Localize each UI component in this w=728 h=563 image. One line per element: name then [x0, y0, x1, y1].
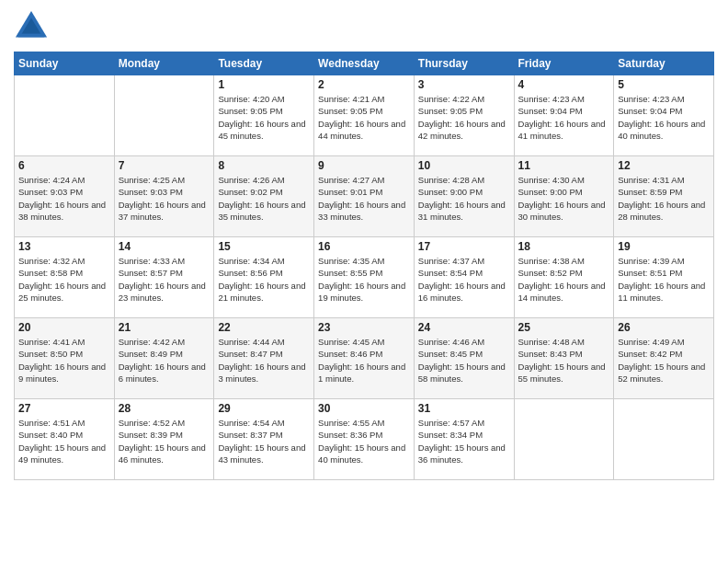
calendar-week-row: 1Sunrise: 4:20 AM Sunset: 9:05 PM Daylig…: [15, 75, 714, 156]
calendar-cell: 21Sunrise: 4:42 AM Sunset: 8:49 PM Dayli…: [114, 318, 214, 399]
day-info: Sunrise: 4:22 AM Sunset: 9:05 PM Dayligh…: [418, 93, 510, 142]
calendar-week-row: 27Sunrise: 4:51 AM Sunset: 8:40 PM Dayli…: [15, 399, 714, 480]
calendar-week-row: 20Sunrise: 4:41 AM Sunset: 8:50 PM Dayli…: [15, 318, 714, 399]
day-number: 2: [318, 78, 410, 91]
calendar-cell: 11Sunrise: 4:30 AM Sunset: 9:00 PM Dayli…: [514, 156, 614, 237]
day-number: 17: [418, 240, 510, 253]
weekday-header: Monday: [114, 52, 214, 75]
calendar-cell: 14Sunrise: 4:33 AM Sunset: 8:57 PM Dayli…: [114, 237, 214, 318]
day-info: Sunrise: 4:34 AM Sunset: 8:56 PM Dayligh…: [218, 255, 310, 304]
calendar-cell: 8Sunrise: 4:26 AM Sunset: 9:02 PM Daylig…: [214, 156, 314, 237]
page: SundayMondayTuesdayWednesdayThursdayFrid…: [0, 0, 728, 563]
weekday-header: Sunday: [15, 52, 115, 75]
calendar-cell: 28Sunrise: 4:52 AM Sunset: 8:39 PM Dayli…: [114, 399, 214, 480]
day-info: Sunrise: 4:28 AM Sunset: 9:00 PM Dayligh…: [418, 174, 510, 223]
calendar-cell: 30Sunrise: 4:55 AM Sunset: 8:36 PM Dayli…: [314, 399, 415, 480]
calendar-cell: 26Sunrise: 4:49 AM Sunset: 8:42 PM Dayli…: [614, 318, 714, 399]
calendar-cell: [15, 75, 115, 156]
calendar-cell: 22Sunrise: 4:44 AM Sunset: 8:47 PM Dayli…: [214, 318, 314, 399]
day-info: Sunrise: 4:23 AM Sunset: 9:04 PM Dayligh…: [518, 93, 610, 142]
day-number: 16: [318, 240, 410, 253]
calendar-cell: [114, 75, 214, 156]
day-number: 11: [518, 159, 610, 172]
day-info: Sunrise: 4:32 AM Sunset: 8:58 PM Dayligh…: [18, 255, 110, 304]
calendar-week-row: 6Sunrise: 4:24 AM Sunset: 9:03 PM Daylig…: [15, 156, 714, 237]
day-info: Sunrise: 4:31 AM Sunset: 8:59 PM Dayligh…: [618, 174, 710, 223]
day-info: Sunrise: 4:35 AM Sunset: 8:55 PM Dayligh…: [318, 255, 410, 304]
logo-icon: [14, 9, 49, 44]
calendar-cell: 6Sunrise: 4:24 AM Sunset: 9:03 PM Daylig…: [15, 156, 115, 237]
calendar: SundayMondayTuesdayWednesdayThursdayFrid…: [14, 52, 714, 480]
calendar-cell: 9Sunrise: 4:27 AM Sunset: 9:01 PM Daylig…: [314, 156, 415, 237]
calendar-cell: [614, 399, 714, 480]
calendar-cell: 31Sunrise: 4:57 AM Sunset: 8:34 PM Dayli…: [414, 399, 514, 480]
header: [14, 9, 714, 44]
day-info: Sunrise: 4:24 AM Sunset: 9:03 PM Dayligh…: [18, 174, 110, 223]
day-number: 1: [218, 78, 310, 91]
day-number: 24: [418, 321, 510, 334]
day-number: 31: [418, 402, 510, 415]
calendar-cell: 20Sunrise: 4:41 AM Sunset: 8:50 PM Dayli…: [15, 318, 115, 399]
day-number: 28: [119, 402, 210, 415]
calendar-cell: 10Sunrise: 4:28 AM Sunset: 9:00 PM Dayli…: [414, 156, 514, 237]
day-number: 18: [518, 240, 610, 253]
calendar-cell: 7Sunrise: 4:25 AM Sunset: 9:03 PM Daylig…: [114, 156, 214, 237]
day-info: Sunrise: 4:26 AM Sunset: 9:02 PM Dayligh…: [218, 174, 310, 223]
calendar-cell: 12Sunrise: 4:31 AM Sunset: 8:59 PM Dayli…: [614, 156, 714, 237]
day-number: 19: [618, 240, 710, 253]
day-info: Sunrise: 4:30 AM Sunset: 9:00 PM Dayligh…: [518, 174, 610, 223]
day-info: Sunrise: 4:52 AM Sunset: 8:39 PM Dayligh…: [119, 417, 210, 465]
day-info: Sunrise: 4:41 AM Sunset: 8:50 PM Dayligh…: [18, 336, 110, 385]
day-number: 21: [119, 321, 210, 334]
day-number: 15: [218, 240, 310, 253]
day-number: 4: [518, 78, 610, 91]
day-info: Sunrise: 4:25 AM Sunset: 9:03 PM Dayligh…: [119, 174, 210, 223]
calendar-header-row: SundayMondayTuesdayWednesdayThursdayFrid…: [15, 52, 714, 75]
day-number: 30: [318, 402, 410, 415]
day-info: Sunrise: 4:44 AM Sunset: 8:47 PM Dayligh…: [218, 336, 310, 385]
day-number: 23: [318, 321, 410, 334]
day-info: Sunrise: 4:55 AM Sunset: 8:36 PM Dayligh…: [318, 417, 410, 465]
day-number: 10: [418, 159, 510, 172]
svg-rect-2: [18, 34, 45, 38]
calendar-cell: 23Sunrise: 4:45 AM Sunset: 8:46 PM Dayli…: [314, 318, 415, 399]
day-info: Sunrise: 4:38 AM Sunset: 8:52 PM Dayligh…: [518, 255, 610, 304]
day-number: 14: [119, 240, 210, 253]
day-number: 25: [518, 321, 610, 334]
calendar-cell: 4Sunrise: 4:23 AM Sunset: 9:04 PM Daylig…: [514, 75, 614, 156]
day-number: 29: [218, 402, 310, 415]
weekday-header: Tuesday: [214, 52, 314, 75]
calendar-cell: [514, 399, 614, 480]
day-info: Sunrise: 4:54 AM Sunset: 8:37 PM Dayligh…: [218, 417, 310, 465]
day-info: Sunrise: 4:51 AM Sunset: 8:40 PM Dayligh…: [18, 417, 110, 465]
calendar-cell: 3Sunrise: 4:22 AM Sunset: 9:05 PM Daylig…: [414, 75, 514, 156]
day-number: 9: [318, 159, 410, 172]
day-info: Sunrise: 4:20 AM Sunset: 9:05 PM Dayligh…: [218, 93, 310, 142]
calendar-cell: 5Sunrise: 4:23 AM Sunset: 9:04 PM Daylig…: [614, 75, 714, 156]
day-info: Sunrise: 4:21 AM Sunset: 9:05 PM Dayligh…: [318, 93, 410, 142]
day-info: Sunrise: 4:27 AM Sunset: 9:01 PM Dayligh…: [318, 174, 410, 223]
weekday-header: Saturday: [614, 52, 714, 75]
day-info: Sunrise: 4:49 AM Sunset: 8:42 PM Dayligh…: [618, 336, 710, 385]
day-info: Sunrise: 4:45 AM Sunset: 8:46 PM Dayligh…: [318, 336, 410, 385]
calendar-cell: 18Sunrise: 4:38 AM Sunset: 8:52 PM Dayli…: [514, 237, 614, 318]
day-number: 12: [618, 159, 710, 172]
calendar-cell: 25Sunrise: 4:48 AM Sunset: 8:43 PM Dayli…: [514, 318, 614, 399]
day-info: Sunrise: 4:23 AM Sunset: 9:04 PM Dayligh…: [618, 93, 710, 142]
day-number: 6: [18, 159, 110, 172]
day-number: 3: [418, 78, 510, 91]
calendar-cell: 2Sunrise: 4:21 AM Sunset: 9:05 PM Daylig…: [314, 75, 415, 156]
day-number: 22: [218, 321, 310, 334]
day-info: Sunrise: 4:57 AM Sunset: 8:34 PM Dayligh…: [418, 417, 510, 465]
calendar-cell: 27Sunrise: 4:51 AM Sunset: 8:40 PM Dayli…: [15, 399, 115, 480]
day-number: 27: [18, 402, 110, 415]
weekday-header: Friday: [514, 52, 614, 75]
calendar-week-row: 13Sunrise: 4:32 AM Sunset: 8:58 PM Dayli…: [15, 237, 714, 318]
calendar-cell: 29Sunrise: 4:54 AM Sunset: 8:37 PM Dayli…: [214, 399, 314, 480]
day-number: 20: [18, 321, 110, 334]
day-number: 26: [618, 321, 710, 334]
calendar-cell: 17Sunrise: 4:37 AM Sunset: 8:54 PM Dayli…: [414, 237, 514, 318]
day-number: 7: [119, 159, 210, 172]
day-info: Sunrise: 4:46 AM Sunset: 8:45 PM Dayligh…: [418, 336, 510, 385]
calendar-cell: 1Sunrise: 4:20 AM Sunset: 9:05 PM Daylig…: [214, 75, 314, 156]
